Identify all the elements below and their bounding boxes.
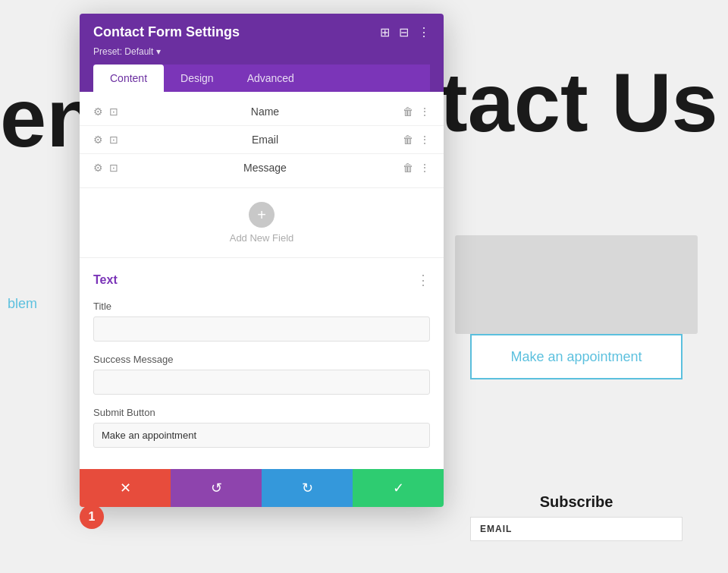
bg-email-label: EMAIL [470,517,682,541]
gear-icon[interactable]: ⚙ [93,105,103,118]
title-label: Title [93,301,430,312]
field-email-label: Email [127,134,403,146]
field-message-left-icons: ⚙ ⊡ [93,162,118,174]
field-message-label: Message [127,162,403,174]
delete-icon[interactable]: 🗑 [403,134,413,146]
more-icon[interactable]: ⋮ [418,25,430,39]
modal-footer: ✕ ↺ ↻ ✓ [80,469,444,507]
field-row-name: ⚙ ⊡ Name 🗑 ⋮ [80,98,444,126]
modal-title: Contact Form Settings [93,24,240,40]
more-icon[interactable]: ⋮ [419,134,430,146]
field-message-right-icons: 🗑 ⋮ [403,162,430,174]
preset-selector[interactable]: Preset: Default ▾ [93,46,430,57]
field-email-left-icons: ⚙ ⊡ [93,134,118,146]
more-icon[interactable]: ⋮ [419,162,430,174]
field-row-email: ⚙ ⊡ Email 🗑 ⋮ [80,126,444,154]
field-rows-container: ⚙ ⊡ Name 🗑 ⋮ ⚙ ⊡ Email 🗑 ⋮ [80,92,444,188]
tab-advanced[interactable]: Advanced [231,65,311,92]
undo-button[interactable]: ↺ [171,469,262,507]
modal-body: ⚙ ⊡ Name 🗑 ⋮ ⚙ ⊡ Email 🗑 ⋮ [80,92,444,469]
delete-icon[interactable]: 🗑 [403,105,413,118]
success-message-label: Success Message [93,354,430,365]
bg-appointment-button[interactable]: Make an appointment [470,334,682,379]
expand-icon[interactable]: ⊞ [380,25,390,39]
gear-icon[interactable]: ⚙ [93,134,103,146]
copy-icon[interactable]: ⊡ [109,134,118,146]
title-group: Title [93,301,430,342]
submit-button-input[interactable] [93,423,430,448]
text-section: Text ⋮ Title Success Message Submit Butt… [80,258,444,469]
bg-left-edge-text: blem [8,296,37,312]
tab-content[interactable]: Content [93,65,164,92]
bg-gray-box [455,235,698,334]
text-section-header: Text ⋮ [93,272,430,288]
step-badge: 1 [80,505,104,529]
field-name-label: Name [127,105,403,118]
contact-form-settings-modal: Contact Form Settings ⊞ ⊟ ⋮ Preset: Defa… [80,14,444,507]
modal-header-top: Contact Form Settings ⊞ ⊟ ⋮ [93,24,430,40]
tab-design[interactable]: Design [164,65,231,92]
submit-button-group: Submit Button [93,407,430,448]
text-section-menu-icon[interactable]: ⋮ [416,272,430,288]
copy-icon[interactable]: ⊡ [109,105,118,118]
modal-header-icons: ⊞ ⊟ ⋮ [380,25,430,39]
bg-heading-right: tact Us [440,61,718,144]
field-row-message: ⚙ ⊡ Message 🗑 ⋮ [80,154,444,181]
preset-label: Preset: Default [93,46,153,57]
copy-icon[interactable]: ⊡ [109,162,118,174]
modal-header: Contact Form Settings ⊞ ⊟ ⋮ Preset: Defa… [80,14,444,92]
preset-arrow-icon: ▾ [156,46,161,57]
layout-icon[interactable]: ⊟ [399,25,409,39]
success-message-group: Success Message [93,354,430,395]
add-field-button[interactable]: + [249,202,275,228]
bg-subscribe-section: Subscribe EMAIL [470,493,682,541]
field-name-right-icons: 🗑 ⋮ [403,105,430,118]
redo-button[interactable]: ↻ [262,469,353,507]
field-email-right-icons: 🗑 ⋮ [403,134,430,146]
bg-subscribe-title: Subscribe [470,493,682,511]
add-field-label: Add New Field [230,232,294,244]
gear-icon[interactable]: ⚙ [93,162,103,174]
field-name-left-icons: ⚙ ⊡ [93,105,118,118]
add-field-section: + Add New Field [80,188,444,258]
save-button[interactable]: ✓ [353,469,444,507]
text-section-title: Text [93,273,118,287]
title-input[interactable] [93,316,430,342]
success-message-input[interactable] [93,370,430,395]
more-icon[interactable]: ⋮ [419,105,430,118]
cancel-button[interactable]: ✕ [80,469,171,507]
modal-tabs: Content Design Advanced [93,65,430,92]
submit-button-label: Submit Button [93,407,430,418]
delete-icon[interactable]: 🗑 [403,162,413,174]
